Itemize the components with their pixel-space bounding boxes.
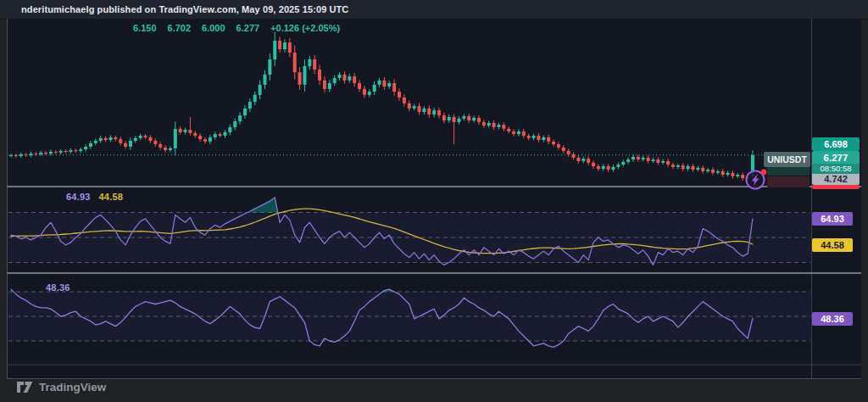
symbol-badge: UNIUSDT — [764, 152, 810, 167]
osc-value: 48.36 — [46, 282, 70, 293]
brand-name: TradingView — [39, 381, 106, 394]
legend-low: 6.000 — [202, 23, 225, 33]
boost-button[interactable] — [743, 167, 769, 193]
rsi-axis-label: 64.93 — [812, 212, 853, 226]
chart-canvas[interactable] — [7, 19, 861, 378]
attribution-text: nderitumichaelg published on TradingView… — [21, 4, 348, 14]
attribution-bar: nderitumichaelg published on TradingView… — [0, 0, 868, 20]
tradingview-screenshot: nderitumichaelg published on TradingView… — [0, 0, 868, 402]
price-label-clipped — [812, 185, 860, 189]
osc-axis-label: 48.36 — [812, 312, 853, 326]
last-price-value: 6.277 — [812, 151, 860, 164]
notification-dot — [761, 170, 767, 176]
bar-countdown: 08:50:58 — [812, 164, 860, 174]
legend-open: 6.150 — [133, 23, 157, 33]
rsi-value: 64.93 — [66, 192, 91, 202]
price-label-high: 6.698 — [812, 137, 860, 151]
footer-logo[interactable]: TradingView — [17, 381, 106, 394]
price-label-low: 4.742 — [812, 172, 860, 185]
faded-label-maroon — [767, 176, 810, 187]
osc-legend: 48.36 — [46, 279, 70, 294]
legend-high: 6.702 — [168, 23, 192, 33]
ohlc-legend: 6.150 6.702 6.000 6.277 +0.126 (+2.05%) — [133, 23, 340, 33]
rsi-legend: 64.93 44.58 — [66, 192, 123, 202]
lightning-icon — [743, 167, 769, 193]
tradingview-logo-icon — [17, 382, 33, 394]
rsi-ma-axis-label: 44.58 — [812, 238, 853, 252]
legend-close: 6.277 — [236, 23, 260, 33]
legend-change: +0.126 (+2.05%) — [270, 23, 340, 33]
rsi-ma-value: 44.58 — [99, 192, 124, 202]
last-price-label: 6.277 08:50:58 — [812, 151, 860, 174]
last-price-group: UNIUSDT 6.277 08:50:58 — [764, 151, 860, 174]
